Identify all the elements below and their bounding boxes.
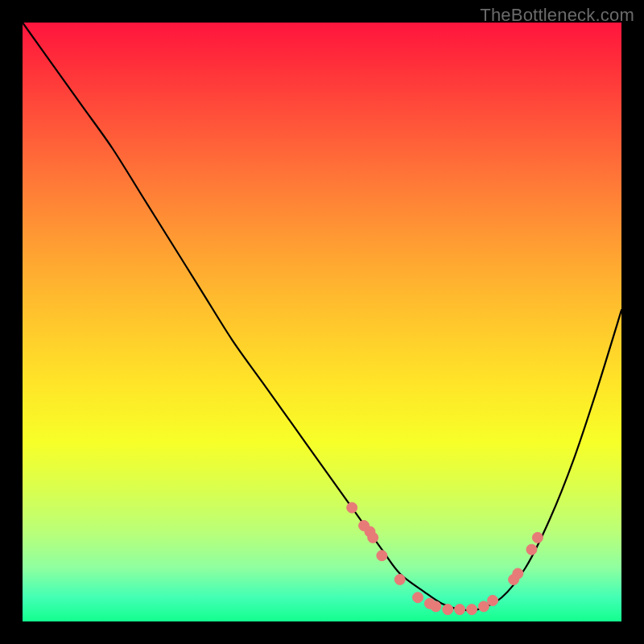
data-point xyxy=(413,592,423,603)
data-point xyxy=(455,605,465,615)
data-point xyxy=(368,532,378,543)
bottleneck-curve xyxy=(23,23,621,610)
marker-layer xyxy=(347,502,543,614)
data-point xyxy=(394,574,405,584)
chart-stage: TheBottleneck.com xyxy=(0,0,644,644)
data-point xyxy=(526,544,537,555)
plot-svg xyxy=(23,23,621,621)
data-point xyxy=(431,601,441,612)
data-point xyxy=(532,532,543,543)
data-point xyxy=(478,601,489,612)
data-point xyxy=(488,595,498,605)
data-point xyxy=(347,502,357,513)
data-point xyxy=(377,551,387,561)
plot-gradient-area xyxy=(23,23,621,621)
watermark-text: TheBottleneck.com xyxy=(480,5,634,26)
data-point xyxy=(443,605,453,615)
data-point xyxy=(513,568,523,579)
data-point xyxy=(467,605,477,615)
